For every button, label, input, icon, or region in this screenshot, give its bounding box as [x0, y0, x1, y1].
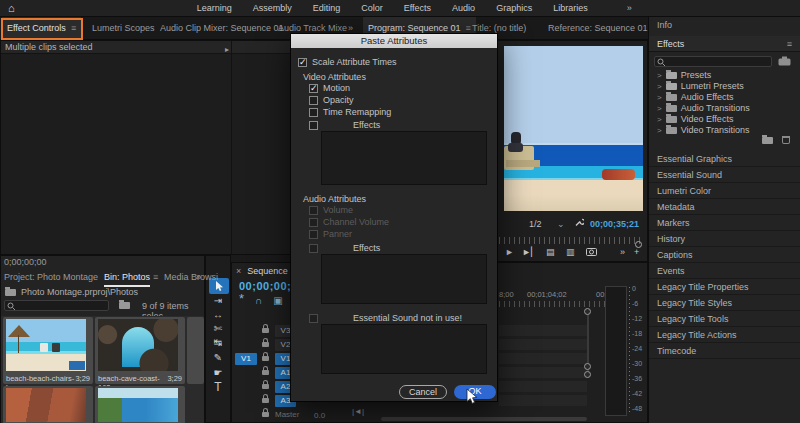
checkbox-checked-icon[interactable]: [298, 58, 307, 67]
source-patch-v1[interactable]: V1: [235, 353, 257, 365]
checkbox-checked-icon[interactable]: [309, 84, 318, 93]
scrollbar-handle[interactable]: [584, 363, 591, 370]
panner-checkbox[interactable]: Panner: [309, 229, 352, 239]
timeline-ruler[interactable]: 8;00 00;01;04;02 00;1: [499, 290, 611, 308]
essential-sound-checkbox[interactable]: Essential Sound not in use!: [309, 313, 462, 323]
scrollbar-handle[interactable]: [584, 371, 591, 378]
settings-wrench-icon[interactable]: [574, 217, 584, 231]
channel-volume-checkbox[interactable]: Channel Volume: [309, 217, 389, 227]
snap-magnet-icon[interactable]: ∩: [255, 295, 262, 306]
clip-item-beach-chairs[interactable]: beach-beach-chairs-b...3;29: [3, 317, 93, 384]
tree-item-audio-effects[interactable]: >Audio Effects: [657, 92, 734, 103]
panel-legacy-title-styles[interactable]: Legacy Title Styles: [649, 295, 800, 311]
time-remapping-checkbox[interactable]: Time Remapping: [309, 107, 391, 117]
scale-attribute-times-checkbox[interactable]: Scale Attribute Times: [298, 57, 397, 67]
cancel-button[interactable]: Cancel: [399, 385, 447, 399]
zoom-level-select[interactable]: 1/2: [529, 217, 542, 231]
tab-audio-clip-mixer[interactable]: Audio Clip Mixer: Sequence 01: [160, 17, 284, 40]
razor-tool[interactable]: ✄: [206, 322, 230, 336]
project-tabs-overflow-icon[interactable]: »: [196, 269, 201, 285]
chevron-down-icon[interactable]: ⌄: [557, 217, 565, 231]
panel-legacy-title-tools[interactable]: Legacy Title Tools: [649, 311, 800, 327]
scrollbar-handle[interactable]: [584, 308, 591, 315]
panel-menu-icon[interactable]: ≡: [466, 23, 471, 33]
timeline-horizontal-scrollbar[interactable]: [381, 417, 587, 421]
panel-metadata[interactable]: Metadata: [649, 199, 800, 215]
workspace-libraries[interactable]: Libraries: [553, 3, 588, 13]
pen-tool[interactable]: ✎: [206, 351, 230, 365]
clip-item-rocks[interactable]: [3, 386, 93, 423]
tab-project[interactable]: Project: Photo Montage: [4, 269, 98, 285]
ec-play-icon[interactable]: ▸: [225, 43, 229, 56]
more-controls-icon[interactable]: »: [620, 247, 625, 257]
timeline-lane[interactable]: [499, 339, 587, 350]
close-icon[interactable]: ×: [236, 266, 241, 276]
tree-item-presets[interactable]: >Presets: [657, 70, 711, 81]
ec-playhead-timecode[interactable]: 0;00;00;00: [4, 257, 47, 267]
lock-icon[interactable]: [262, 328, 269, 333]
fit-timeline-icon[interactable]: |◄|: [352, 407, 364, 416]
project-search-input[interactable]: [4, 300, 109, 311]
workspace-editing[interactable]: Editing: [313, 3, 341, 13]
tab-info[interactable]: Info: [657, 20, 672, 30]
timeline-lane[interactable]: [499, 381, 587, 392]
checkbox-icon[interactable]: [309, 121, 318, 130]
workspace-audio[interactable]: Audio: [452, 3, 475, 13]
ripple-edit-tool[interactable]: ↔: [206, 308, 230, 322]
tree-item-video-transitions[interactable]: >Video Transitions: [657, 125, 750, 136]
timeline-settings-icon[interactable]: *: [239, 295, 244, 306]
essential-sound-list[interactable]: [321, 324, 487, 374]
clip-item-partial[interactable]: [187, 317, 204, 384]
panel-timecode[interactable]: Timecode: [649, 343, 800, 359]
video-effects-checkbox[interactable]: Effects: [309, 120, 380, 130]
dialog-title[interactable]: Paste Attributes: [291, 34, 497, 48]
slip-tool[interactable]: ↹: [206, 336, 230, 350]
opacity-checkbox[interactable]: Opacity: [309, 95, 354, 105]
lock-icon[interactable]: [262, 370, 269, 375]
workspace-effects[interactable]: Effects: [404, 3, 431, 13]
search-bin-icon[interactable]: [778, 56, 791, 68]
tab-media-browser[interactable]: Media Browsi: [164, 269, 218, 285]
new-custom-bin-icon[interactable]: [762, 137, 773, 144]
panel-captions[interactable]: Captions: [649, 247, 800, 263]
panel-markers[interactable]: Markers: [649, 215, 800, 231]
effects-search-input[interactable]: [654, 56, 772, 67]
checkbox-icon[interactable]: [309, 108, 318, 117]
lock-icon[interactable]: [262, 398, 269, 403]
hand-tool[interactable]: ☛: [206, 366, 230, 380]
clip-item-coast[interactable]: [95, 386, 185, 423]
lock-icon[interactable]: [262, 356, 269, 361]
checkbox-icon[interactable]: [309, 96, 318, 105]
export-frame-button[interactable]: [586, 247, 597, 258]
bin-menu-icon[interactable]: ≡: [153, 269, 158, 285]
panel-legacy-title-actions[interactable]: Legacy Title Actions: [649, 327, 800, 343]
panel-lumetri-color[interactable]: Lumetri Color: [649, 183, 800, 199]
panel-events[interactable]: Events: [649, 263, 800, 279]
add-marker-icon[interactable]: ▣: [273, 295, 282, 306]
timeline-lane[interactable]: [499, 353, 587, 364]
audio-effects-checkbox[interactable]: Effects: [309, 243, 380, 253]
workspace-graphics[interactable]: Graphics: [496, 3, 532, 13]
tab-lumetri-scopes[interactable]: Lumetri Scopes: [92, 17, 155, 40]
filter-bin-icon[interactable]: [119, 301, 130, 311]
workspace-overflow-icon[interactable]: »: [627, 3, 632, 13]
type-tool[interactable]: T: [206, 380, 230, 394]
step-forward-button[interactable]: ►▏: [522, 247, 538, 257]
tab-reference-monitor[interactable]: Reference: Sequence 01: [548, 17, 648, 40]
motion-checkbox[interactable]: Motion: [309, 83, 350, 93]
lock-icon[interactable]: [262, 342, 269, 347]
panel-legacy-title-properties[interactable]: Legacy Title Properties: [649, 279, 800, 295]
workspace-learning[interactable]: Learning: [197, 3, 232, 13]
master-level-value[interactable]: 0.0: [314, 411, 325, 420]
timeline-lane[interactable]: [499, 325, 587, 336]
audio-effects-list[interactable]: [321, 254, 487, 304]
home-icon[interactable]: ⌂: [8, 2, 15, 14]
timeline-lane[interactable]: [499, 367, 587, 378]
lock-icon[interactable]: [262, 412, 269, 417]
video-effects-list[interactable]: [321, 131, 487, 185]
tree-item-audio-transitions[interactable]: >Audio Transitions: [657, 103, 750, 114]
panel-menu-icon[interactable]: ≡: [787, 36, 792, 52]
delete-icon[interactable]: [782, 136, 790, 144]
panel-history[interactable]: History: [649, 231, 800, 247]
add-button-editor-icon[interactable]: +: [634, 247, 639, 257]
